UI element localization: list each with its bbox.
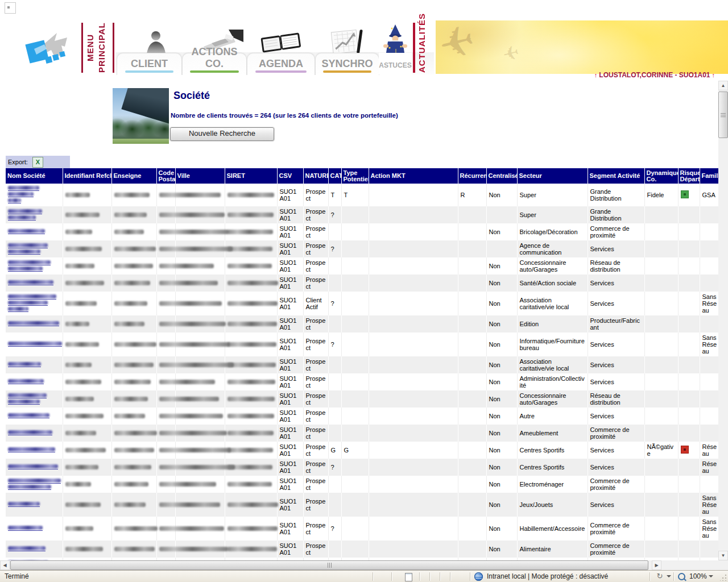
cell-siret — [225, 442, 277, 459]
cell-enseigne — [111, 240, 156, 257]
cell-nom-societe[interactable] — [6, 257, 63, 275]
redacted-client-link[interactable] — [8, 209, 42, 214]
menu-principal-word-1[interactable]: MENU — [85, 23, 95, 73]
cell-siret — [225, 275, 277, 292]
cell-nom-societe[interactable] — [6, 332, 63, 356]
redacted-client-link[interactable] — [8, 260, 51, 265]
tab-actions-co[interactable]: ACTIONS CO. — [182, 53, 247, 75]
redacted-client-link[interactable] — [8, 430, 52, 435]
cell-nom-societe[interactable] — [6, 476, 63, 493]
redacted-client-link[interactable] — [8, 321, 59, 326]
cell-recurrent — [458, 240, 486, 257]
vertical-scroll-thumb[interactable] — [718, 92, 728, 138]
cell-cat: ? — [328, 240, 341, 257]
cell-identifiant-refcli — [63, 332, 111, 356]
actualites-rule — [413, 23, 415, 73]
compatibility-view-icon[interactable]: ↻ — [655, 572, 664, 581]
redacted-client-link[interactable] — [8, 186, 39, 191]
cell-secteur: Agence de communication — [517, 240, 588, 257]
redacted-text — [159, 322, 226, 326]
cell-enseigne — [111, 257, 156, 275]
redacted-client-link[interactable] — [8, 267, 43, 272]
redacted-client-link[interactable] — [8, 546, 46, 551]
redacted-client-link[interactable] — [8, 502, 40, 507]
excel-export-icon[interactable]: X — [32, 157, 43, 168]
tab-synchro[interactable]: SYNCHRO — [315, 53, 379, 75]
redacted-client-link[interactable] — [8, 362, 41, 367]
redacted-client-link[interactable] — [8, 198, 21, 203]
redacted-client-link[interactable] — [8, 447, 55, 452]
redacted-client-link[interactable] — [8, 526, 43, 531]
cell-cat: ? — [328, 517, 341, 541]
redacted-text — [114, 264, 153, 268]
cell-nom-societe[interactable] — [6, 292, 63, 315]
cell-dynamique-co — [644, 275, 678, 292]
cell-famille — [700, 373, 718, 390]
horizontal-scrollbar[interactable]: ◀ ▶ — [0, 560, 718, 570]
redacted-client-link[interactable] — [8, 280, 53, 285]
cell-nom-societe[interactable] — [6, 459, 63, 476]
redacted-client-link[interactable] — [8, 413, 49, 418]
cell-nom-societe[interactable] — [6, 240, 63, 257]
scroll-left-button[interactable]: ◀ — [0, 560, 10, 570]
redacted-client-link[interactable] — [8, 294, 56, 300]
cell-famille — [700, 315, 718, 332]
zoom-magnifier-icon[interactable] — [678, 573, 685, 580]
cell-nom-societe[interactable] — [6, 275, 63, 292]
compat-dropdown-caret[interactable] — [667, 575, 671, 577]
redacted-text — [228, 247, 272, 251]
table-row: SUO1A01Prospect?NonInformatique/Fournitu… — [6, 332, 718, 356]
cell-cat: G — [328, 442, 341, 459]
redacted-client-link[interactable] — [8, 400, 40, 405]
redacted-client-link[interactable] — [8, 342, 62, 347]
cell-nom-societe[interactable] — [6, 408, 63, 425]
scroll-down-button[interactable]: ▼ — [718, 551, 728, 560]
cell-nom-societe[interactable] — [6, 541, 63, 558]
redacted-client-link[interactable] — [8, 479, 61, 484]
redacted-client-link[interactable] — [8, 301, 48, 306]
cell-segment-activite: Réseau de distribution — [588, 257, 644, 275]
cell-nom-societe[interactable] — [6, 373, 63, 390]
tab-astuces[interactable]: ASTUCES — [379, 53, 412, 74]
redacted-text — [65, 281, 104, 285]
scrollbar-corner — [718, 560, 728, 570]
cell-secteur: Informatique/Fourniture bureau — [517, 332, 588, 356]
cell-nom-societe[interactable] — [6, 493, 63, 517]
tab-client[interactable]: CLIENT — [117, 53, 182, 75]
redacted-client-link[interactable] — [8, 215, 36, 221]
tab-agenda[interactable]: AGENDA — [247, 53, 315, 75]
redacted-client-link[interactable] — [8, 307, 28, 312]
cell-nom-societe[interactable] — [6, 206, 63, 223]
redacted-client-link[interactable] — [8, 485, 51, 490]
new-search-button[interactable]: Nouvelle Recherche — [170, 127, 274, 141]
redacted-client-link[interactable] — [8, 192, 34, 197]
cell-nom-societe[interactable] — [6, 184, 63, 206]
cell-nom-societe[interactable] — [6, 442, 63, 459]
zoom-level-text[interactable]: 100% — [689, 572, 707, 580]
scroll-up-button[interactable]: ▲ — [718, 81, 728, 90]
redacted-client-link[interactable] — [8, 393, 47, 398]
cell-nom-societe[interactable] — [6, 425, 63, 442]
horizontal-scroll-thumb[interactable] — [10, 560, 648, 570]
menu-principal-word-2[interactable]: PRINCIPAL — [97, 23, 106, 73]
redacted-text — [228, 213, 274, 217]
zoom-dropdown-caret[interactable] — [709, 575, 713, 577]
cell-identifiant-refcli — [63, 315, 111, 332]
scroll-right-button[interactable]: ▶ — [652, 560, 661, 570]
redacted-client-link[interactable] — [8, 229, 45, 234]
cell-nom-societe[interactable] — [6, 356, 63, 373]
cell-nom-societe[interactable] — [6, 315, 63, 332]
tab-actualites[interactable]: ACTUALITÉS — [417, 23, 427, 73]
redacted-client-link[interactable] — [8, 250, 40, 255]
cell-nom-societe[interactable] — [6, 223, 63, 240]
redacted-text — [65, 363, 92, 367]
column-header-famille: Famille — [700, 168, 718, 184]
cell-nom-societe[interactable] — [6, 390, 63, 408]
cell-nom-societe[interactable] — [6, 517, 63, 541]
redacted-client-link[interactable] — [8, 464, 58, 469]
redacted-client-link[interactable] — [8, 379, 44, 384]
banner-image: ✈ ✈ — [436, 20, 728, 74]
vertical-scrollbar[interactable]: ▲ ▼ — [718, 81, 728, 560]
redacted-client-link[interactable] — [8, 243, 48, 248]
table-row: SUO1A01ProspectNonBricolage/DécorationCo… — [6, 223, 718, 240]
